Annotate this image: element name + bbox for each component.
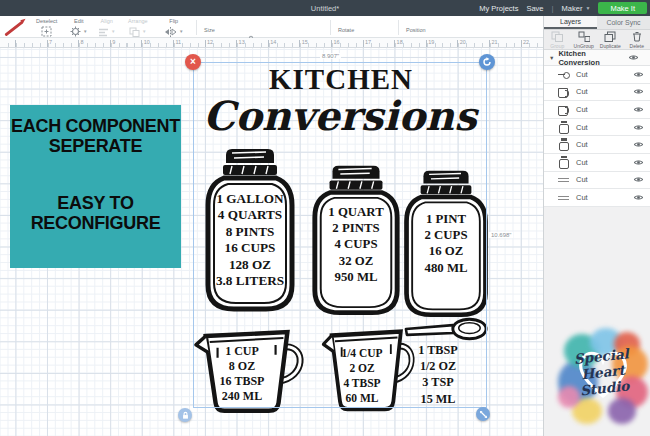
text-line: 2 CUPS — [399, 227, 493, 243]
text-line: 1/4 CUP — [322, 346, 402, 361]
flip-button[interactable]: Flip ▼ — [164, 18, 183, 37]
lock-aspect-handle[interactable] — [178, 408, 192, 422]
ruler-number: 21 — [491, 39, 497, 45]
layer-row[interactable]: Cut — [544, 136, 650, 154]
text-line: 16 TBSP — [196, 374, 288, 389]
tab-layers[interactable]: Layers — [544, 16, 597, 29]
edit-button[interactable]: Edit ▼ — [70, 18, 87, 37]
eye-icon[interactable] — [633, 106, 650, 113]
deselect-button[interactable]: Deselect — [36, 18, 57, 37]
text-line: 4 TBSP — [322, 376, 402, 391]
jar-text: 1 GALLON4 QUARTS8 PINTS16 CUPS128 OZ3.8 … — [198, 191, 302, 289]
text-line: 4 CUPS — [307, 236, 405, 252]
layer-type-label: Cut — [576, 158, 627, 167]
text-line: 1 TBSP — [398, 342, 478, 358]
text-line: 3.8 LITERS — [198, 273, 302, 289]
cup-text: 1/4 CUP2 OZ4 TBSP60 ML — [322, 346, 402, 406]
jar-text: 1 QUART2 PINTS4 CUPS32 OZ950 ML — [307, 204, 405, 285]
make-it-button[interactable]: Make It — [598, 2, 647, 14]
text-line: 16 OZ — [399, 243, 493, 259]
layers-list: CutCutCutCutCutCutCutCut — [544, 66, 650, 207]
eye-icon[interactable] — [628, 54, 645, 61]
text-line: 1 QUART — [307, 204, 405, 220]
eye-icon[interactable] — [633, 141, 650, 148]
layer-type-label: Cut — [576, 140, 627, 149]
duplicate-icon — [604, 31, 616, 42]
layer-type-label: Cut — [576, 193, 627, 202]
machine-select[interactable]: Maker ▼ — [562, 4, 591, 13]
layer-row[interactable]: Cut — [544, 154, 650, 172]
mason-jar-gallon[interactable]: 1 GALLON4 QUARTS8 PINTS16 CUPS128 OZ3.8 … — [198, 147, 302, 317]
eye-icon[interactable] — [633, 176, 650, 183]
ruler-number: 11 — [175, 39, 181, 45]
text-line: 32 OZ — [307, 253, 405, 269]
tab-color-sync[interactable]: Color Sync — [597, 16, 650, 29]
spoon-text: 1 TBSP1/2 OZ3 TSP15 ML — [398, 342, 478, 407]
layer-row[interactable]: Cut — [544, 119, 650, 137]
red-pencil-annotation — [4, 21, 23, 37]
mason-jar-quart[interactable]: 1 QUART2 PINTS4 CUPS32 OZ950 ML — [307, 164, 405, 320]
eye-icon[interactable] — [633, 124, 650, 131]
text-line: EASY TO — [10, 193, 181, 213]
text-line: 1 PINT — [399, 211, 493, 227]
layers-panel: Layers Color Sync Group UnGroup Duplicat… — [543, 16, 650, 436]
design-title-conversions[interactable]: Conversions — [196, 92, 484, 139]
align-button[interactable]: Align ▼ — [98, 18, 115, 37]
text-line: 4 QUARTS — [198, 207, 302, 223]
layer-type-label: Cut — [576, 175, 627, 184]
layer-row[interactable]: Cut — [544, 101, 650, 119]
text-line: RECONFIGURE — [10, 213, 181, 233]
layer-row[interactable]: Cut — [544, 84, 650, 102]
text-line: 2 PINTS — [307, 220, 405, 236]
chevron-down-icon: ▼ — [549, 55, 554, 61]
duplicate-button[interactable]: Duplicate — [597, 30, 624, 49]
ruler-number: 7 — [49, 39, 52, 45]
text-thumbnail-icon — [558, 191, 570, 204]
ruler-number: 17 — [365, 39, 371, 45]
ruler-number: 10 — [144, 39, 150, 45]
text-line: 8 OZ — [196, 359, 288, 374]
deselect-icon — [41, 26, 52, 37]
tablespoon[interactable] — [402, 316, 490, 344]
layer-row[interactable]: Cut — [544, 172, 650, 190]
ungroup-button[interactable]: UnGroup — [571, 30, 598, 49]
save-link[interactable]: Save — [526, 4, 543, 13]
measuring-cup-1cup[interactable]: 1 CUP8 OZ16 TBSP240 ML — [192, 321, 310, 415]
cricut-design-space-window: Untitled* My Projects Save | Maker ▼ Mak… — [0, 0, 650, 436]
selection-height-label: 10.698" — [489, 232, 513, 238]
lock-icon — [181, 411, 190, 420]
ruler-number: 12 — [207, 39, 213, 45]
text-thumbnail-icon — [558, 173, 570, 186]
delete-selection-handle[interactable]: × — [185, 54, 201, 70]
my-projects-link[interactable]: My Projects — [479, 4, 518, 13]
cup-thumbnail-icon — [558, 85, 570, 98]
text-line: 2 OZ — [322, 361, 402, 376]
ruler-number: 19 — [428, 39, 434, 45]
text-line: 1 GALLON — [198, 191, 302, 207]
cup-thumbnail-icon — [558, 103, 570, 116]
eye-icon[interactable] — [633, 159, 650, 166]
delete-button[interactable]: Delete — [624, 30, 650, 49]
chevron-down-icon: ▼ — [142, 29, 146, 34]
trash-icon — [631, 31, 643, 42]
eye-icon[interactable] — [633, 194, 650, 201]
layer-group-header[interactable]: ▼ Kitchen Conversion — [544, 50, 650, 66]
mason-jar-pint[interactable]: 1 PINT2 CUPS16 OZ480 ML — [399, 169, 493, 322]
ruler-number: 13 — [239, 39, 245, 45]
eye-icon[interactable] — [633, 88, 650, 95]
horizontal-ruler: 78910111213141516171819202122 — [0, 38, 543, 48]
rotate-selection-handle[interactable] — [479, 54, 495, 70]
jar-thumbnail-icon — [558, 156, 570, 169]
layer-row[interactable]: Cut — [544, 189, 650, 207]
arrange-button[interactable]: Arrange ▼ — [128, 18, 148, 37]
chevron-down-icon: ▼ — [179, 29, 183, 34]
eye-icon[interactable] — [633, 71, 650, 78]
ruler-number: 22 — [523, 39, 529, 45]
layer-row[interactable]: Cut — [544, 66, 650, 84]
group-button[interactable]: Group — [544, 30, 571, 49]
jar-thumbnail-icon — [558, 138, 570, 151]
ruler-number: 15 — [302, 39, 308, 45]
selection-width-label: 8.907" — [320, 53, 341, 59]
resize-selection-handle[interactable] — [476, 407, 490, 421]
text-line: 480 ML — [399, 260, 493, 276]
